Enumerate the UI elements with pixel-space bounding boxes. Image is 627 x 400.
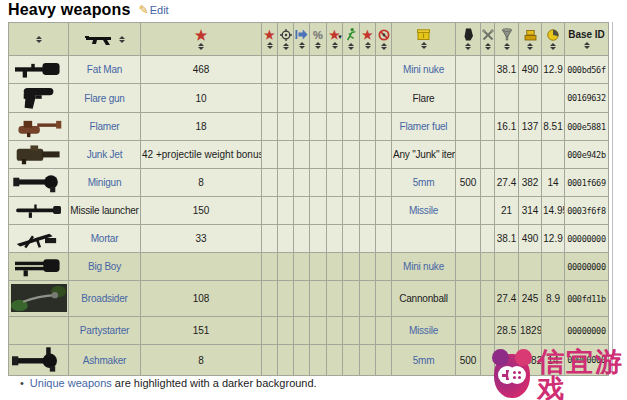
weapon-name[interactable]: Partystarter [80,325,129,336]
damage-cell: 151 [141,317,262,345]
clip-size-cell [456,253,481,281]
weapon-name[interactable]: Junk Jet [87,149,123,160]
stat-cell [294,141,310,169]
col-header-spread[interactable]: ★ [360,23,376,56]
ammo-name: Flare [413,93,435,104]
table-row: Big BoyMini nuke00000000 [9,253,609,281]
col-header-dps[interactable]: ★ [262,23,278,56]
missile-launcher-image[interactable] [12,199,66,221]
stat-cell [278,56,294,84]
col-header-weapon[interactable] [69,23,141,56]
flare-gun-image[interactable] [12,84,66,110]
weapon-image-cell [9,317,69,345]
col-header-value[interactable] [519,23,542,56]
stat-cell [360,169,376,197]
big-boy-image[interactable] [12,254,66,278]
weight-cell: 27.4 [495,281,519,317]
sort-arrows-icon [299,42,305,49]
stat-cell [327,84,343,113]
stat-cell [360,281,376,317]
unique-weapons-link[interactable]: Unique weapons [30,377,112,389]
bullet-icon: • [20,377,24,389]
header-row: ★ ★ % ★▼ ★ [9,23,609,56]
damage-star-icon: ★ [264,30,275,40]
ammo-cell: 5mm [392,169,456,197]
col-header-repair[interactable] [481,23,495,56]
content-divider [612,22,613,372]
watermark: 信宜游戏 [494,349,627,400]
col-header-magazine[interactable] [456,23,481,56]
stat-cell [327,253,343,281]
ashmaker-image[interactable] [12,345,66,373]
ammo-name[interactable]: Missile [409,325,438,336]
col-header-value-weight[interactable] [542,23,565,56]
ammo-cell: Cannonball [392,281,456,317]
clip-size-cell [456,197,481,225]
col-header-restriction[interactable] [376,23,392,56]
col-header-range[interactable] [294,23,310,56]
base-id-cell: 000e942b [565,141,609,169]
weapon-name[interactable]: Big Boy [88,261,121,272]
stat-cell [376,113,392,141]
ammo-name[interactable]: Mini nuke [403,261,444,272]
table-row: Mortar3338.149012.900000000 [9,225,609,253]
damage-cell [141,253,262,281]
ammo-name[interactable]: Flamer fuel [400,121,448,132]
ammo-name[interactable]: Missile [409,205,438,216]
weight-cell: 21 [495,197,519,225]
sort-arrows-icon [527,43,533,50]
minigun-image[interactable] [12,170,66,194]
stat-cell [327,169,343,197]
flamer-image[interactable] [12,114,66,138]
weapon-name[interactable]: Broadsider [81,293,127,304]
weapon-name[interactable]: Fat Man [87,64,122,75]
mortar-image[interactable] [12,226,66,250]
fat-man-image[interactable] [12,57,66,81]
heavy-weapons-table: ★ ★ % ★▼ ★ [8,22,609,376]
action-points-runner-icon [345,28,357,41]
stat-cell [343,113,360,141]
col-header-damage[interactable]: ★ [141,23,262,56]
col-header-base-id[interactable]: Base ID [565,23,609,56]
edit-link[interactable]: ✎Edit [139,3,169,17]
stat-cell [360,197,376,225]
clip-size-cell [456,84,481,113]
repair-cell [481,197,495,225]
value-weight-cell [542,317,565,345]
weapon-name[interactable]: Ashmaker [83,355,126,366]
junk-jet-image[interactable] [12,142,66,166]
col-header-action-points[interactable] [343,23,360,56]
col-header-crit-damage[interactable]: ★▼ [327,23,343,56]
ammo-name[interactable]: 5mm [413,355,435,366]
stat-cell [310,345,327,376]
damage-cell: 18 [141,113,262,141]
clip-size-cell [456,56,481,84]
broadsider-image[interactable] [11,282,67,314]
crosshair-icon [280,29,292,41]
table-row: Flare gun10Flare00169632 [9,84,609,113]
col-header-ammo[interactable] [392,23,456,56]
value-weight-cell: 12.9 [542,56,565,84]
stat-cell [376,84,392,113]
value-cell [519,141,542,169]
weight-cell [495,141,519,169]
weapon-name-cell: Fat Man [69,56,141,84]
ammo-name[interactable]: 5mm [413,177,435,188]
stat-cell [262,169,278,197]
unique-weapons-note: •Unique weapons are highlighted with a d… [20,377,317,389]
stat-cell [360,84,376,113]
col-header-image[interactable] [9,23,69,56]
ammo-cell: Flare [392,84,456,113]
col-header-percent[interactable]: % [310,23,327,56]
stat-cell [262,281,278,317]
stat-cell [262,253,278,281]
ammo-name[interactable]: Mini nuke [403,64,444,75]
value-cell: 245 [519,281,542,317]
weapon-name[interactable]: Mortar [91,233,119,244]
col-header-accuracy[interactable] [278,23,294,56]
weapon-name[interactable]: Minigun [88,177,122,188]
stat-cell [376,169,392,197]
weapon-name[interactable]: Flare gun [84,93,124,104]
weapon-name[interactable]: Flamer [90,121,120,132]
col-header-weight[interactable] [495,23,519,56]
